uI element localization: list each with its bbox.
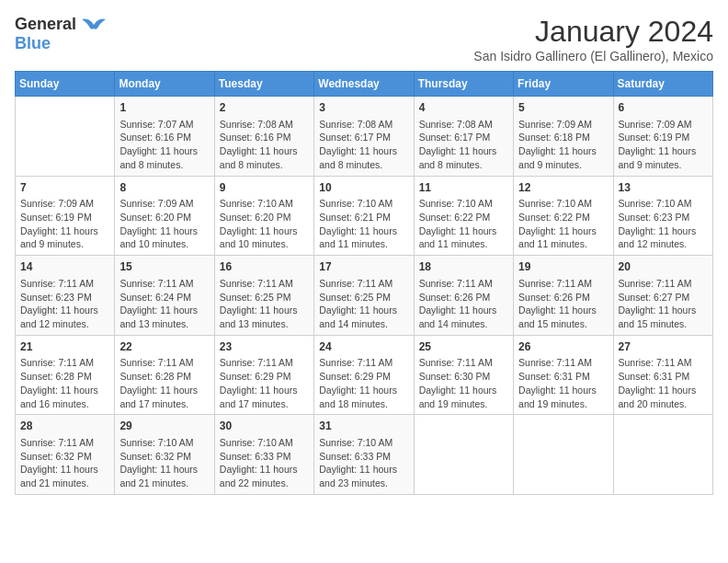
calendar-cell: 16Sunrise: 7:11 AMSunset: 6:25 PMDayligh…: [214, 256, 313, 336]
day-info-line: Daylight: 11 hours: [419, 384, 508, 397]
day-info-line: Sunset: 6:18 PM: [518, 131, 608, 144]
day-info-line: Sunset: 6:33 PM: [220, 450, 309, 464]
day-info-line: and 18 minutes.: [319, 397, 408, 411]
day-info-line: and 16 minutes.: [20, 397, 109, 411]
calendar-cell: 15Sunrise: 7:11 AMSunset: 6:24 PMDayligh…: [115, 256, 214, 336]
calendar-cell: 19Sunrise: 7:11 AMSunset: 6:26 PMDayligh…: [514, 256, 613, 336]
day-info-line: Daylight: 11 hours: [119, 463, 209, 477]
calendar-week-row: 1Sunrise: 7:07 AMSunset: 6:16 PMDaylight…: [16, 97, 713, 177]
calendar-cell: 30Sunrise: 7:10 AMSunset: 6:33 PMDayligh…: [214, 415, 313, 495]
calendar-cell: 9Sunrise: 7:10 AMSunset: 6:20 PMDaylight…: [214, 176, 313, 256]
day-info-line: Sunset: 6:20 PM: [220, 211, 309, 224]
day-info-line: Sunrise: 7:11 AM: [119, 277, 209, 291]
day-info-line: Daylight: 11 hours: [619, 224, 708, 238]
day-info-line: Sunrise: 7:08 AM: [220, 118, 309, 132]
day-info-line: Sunset: 6:17 PM: [319, 131, 408, 144]
day-info-line: Sunset: 6:23 PM: [20, 291, 109, 304]
day-number: 19: [518, 259, 608, 275]
day-info-line: Sunrise: 7:11 AM: [619, 356, 708, 370]
calendar-cell: 6Sunrise: 7:09 AMSunset: 6:19 PMDaylight…: [613, 97, 712, 177]
day-info-line: Sunset: 6:31 PM: [619, 370, 708, 384]
calendar-cell: 3Sunrise: 7:08 AMSunset: 6:17 PMDaylight…: [314, 97, 414, 177]
day-info-line: Sunrise: 7:11 AM: [518, 277, 608, 291]
day-number: 22: [119, 339, 209, 355]
day-number: 20: [619, 259, 708, 275]
day-info-line: Daylight: 11 hours: [518, 224, 608, 238]
day-info-line: Sunrise: 7:11 AM: [419, 277, 508, 291]
day-info-line: Sunrise: 7:11 AM: [319, 356, 408, 370]
day-info-line: Sunrise: 7:07 AM: [119, 118, 209, 132]
logo-bird-icon: [80, 16, 108, 34]
day-info-line: Sunset: 6:20 PM: [119, 211, 209, 224]
day-info-line: Daylight: 11 hours: [119, 384, 209, 397]
day-info-line: Sunrise: 7:09 AM: [619, 118, 708, 132]
calendar-day-header: Monday: [115, 72, 214, 97]
calendar-cell: 18Sunrise: 7:11 AMSunset: 6:26 PMDayligh…: [414, 256, 513, 336]
day-number: 21: [20, 339, 109, 355]
day-info-line: Sunrise: 7:10 AM: [319, 197, 408, 211]
day-info-line: Daylight: 11 hours: [119, 144, 209, 158]
day-info-line: Daylight: 11 hours: [518, 144, 608, 158]
day-info-line: Sunset: 6:32 PM: [20, 450, 109, 464]
calendar-cell: [414, 415, 513, 495]
calendar-day-header: Thursday: [414, 72, 513, 97]
day-info-line: Daylight: 11 hours: [319, 384, 408, 397]
day-info-line: Sunrise: 7:11 AM: [20, 436, 109, 450]
day-info-line: Sunrise: 7:08 AM: [419, 118, 508, 132]
day-info-line: Sunset: 6:21 PM: [319, 211, 408, 224]
day-number: 8: [119, 180, 209, 196]
calendar-cell: 2Sunrise: 7:08 AMSunset: 6:16 PMDaylight…: [214, 97, 313, 177]
logo-general-text: General: [15, 15, 76, 34]
day-number: 17: [319, 259, 408, 275]
day-number: 24: [319, 339, 408, 355]
day-info-line: Sunset: 6:19 PM: [20, 211, 109, 224]
day-info-line: and 14 minutes.: [319, 317, 408, 331]
calendar-cell: 13Sunrise: 7:10 AMSunset: 6:23 PMDayligh…: [613, 176, 712, 256]
day-info-line: and 13 minutes.: [119, 317, 209, 331]
day-number: 10: [319, 180, 408, 196]
day-info-line: Sunset: 6:29 PM: [319, 370, 408, 384]
day-number: 28: [20, 419, 109, 434]
calendar-body: 1Sunrise: 7:07 AMSunset: 6:16 PMDaylight…: [16, 97, 713, 495]
calendar-cell: 29Sunrise: 7:10 AMSunset: 6:32 PMDayligh…: [115, 415, 214, 495]
day-info-line: and 11 minutes.: [518, 237, 608, 251]
day-info-line: and 15 minutes.: [619, 317, 708, 331]
calendar-cell: 24Sunrise: 7:11 AMSunset: 6:29 PMDayligh…: [314, 335, 414, 415]
day-info-line: and 8 minutes.: [119, 158, 209, 172]
day-number: 31: [319, 419, 408, 434]
day-info-line: Sunrise: 7:10 AM: [619, 197, 708, 211]
day-info-line: Sunset: 6:30 PM: [419, 370, 508, 384]
day-info-line: and 12 minutes.: [619, 237, 708, 251]
calendar-cell: 1Sunrise: 7:07 AMSunset: 6:16 PMDaylight…: [115, 97, 214, 177]
day-number: 14: [20, 259, 109, 275]
day-info-line: and 14 minutes.: [419, 317, 508, 331]
day-info-line: Sunset: 6:31 PM: [518, 370, 608, 384]
calendar-cell: [16, 97, 115, 177]
day-info-line: Sunset: 6:33 PM: [319, 450, 408, 464]
calendar-cell: [514, 415, 613, 495]
day-info-line: and 21 minutes.: [119, 477, 209, 490]
calendar-cell: 8Sunrise: 7:09 AMSunset: 6:20 PMDaylight…: [115, 176, 214, 256]
calendar-cell: 11Sunrise: 7:10 AMSunset: 6:22 PMDayligh…: [414, 176, 513, 256]
day-info-line: Sunrise: 7:10 AM: [518, 197, 608, 211]
day-info-line: and 13 minutes.: [220, 317, 309, 331]
day-info-line: Daylight: 11 hours: [419, 224, 508, 238]
calendar-cell: 26Sunrise: 7:11 AMSunset: 6:31 PMDayligh…: [514, 335, 613, 415]
day-info-line: Daylight: 11 hours: [419, 144, 508, 158]
day-info-line: Sunset: 6:25 PM: [220, 291, 309, 304]
day-info-line: Sunset: 6:27 PM: [619, 291, 708, 304]
day-info-line: Sunset: 6:28 PM: [119, 370, 209, 384]
calendar-day-header: Friday: [514, 72, 613, 97]
day-info-line: Daylight: 11 hours: [619, 304, 708, 317]
day-info-line: and 15 minutes.: [518, 317, 608, 331]
calendar-cell: 31Sunrise: 7:10 AMSunset: 6:33 PMDayligh…: [314, 415, 414, 495]
day-info-line: and 8 minutes.: [220, 158, 309, 172]
day-info-line: and 9 minutes.: [518, 158, 608, 172]
day-info-line: Daylight: 11 hours: [619, 384, 708, 397]
calendar-cell: 23Sunrise: 7:11 AMSunset: 6:29 PMDayligh…: [214, 335, 313, 415]
day-info-line: Daylight: 11 hours: [319, 463, 408, 477]
day-number: 16: [220, 259, 309, 275]
day-number: 27: [619, 339, 708, 355]
day-number: 2: [220, 100, 309, 116]
day-info-line: Sunrise: 7:10 AM: [319, 436, 408, 450]
